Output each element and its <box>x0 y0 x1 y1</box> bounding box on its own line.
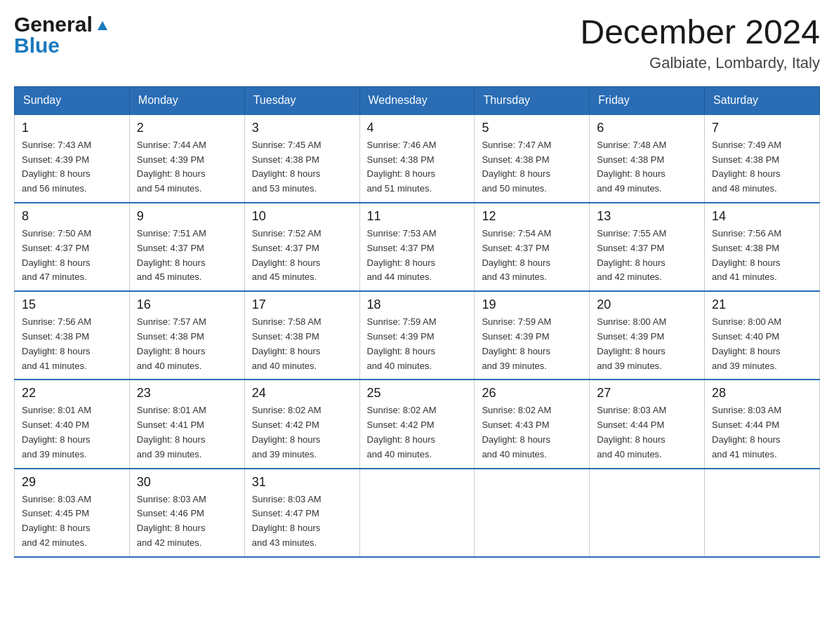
day-number: 5 <box>482 121 582 135</box>
day-number: 27 <box>597 386 697 401</box>
column-header-saturday: Saturday <box>705 86 820 114</box>
day-number: 14 <box>712 209 812 224</box>
day-number: 29 <box>22 475 122 490</box>
calendar-week-row: 29Sunrise: 8:03 AMSunset: 4:45 PMDayligh… <box>15 469 820 557</box>
day-number: 15 <box>22 297 122 312</box>
month-title: December 2024 <box>580 14 820 51</box>
calendar-day-cell: 6Sunrise: 7:48 AMSunset: 4:38 PMDaylight… <box>590 114 705 203</box>
day-number: 26 <box>482 386 582 401</box>
day-info: Sunrise: 7:58 AMSunset: 4:38 PMDaylight:… <box>252 315 352 373</box>
day-info: Sunrise: 7:59 AMSunset: 4:39 PMDaylight:… <box>482 315 582 373</box>
calendar-day-cell: 18Sunrise: 7:59 AMSunset: 4:39 PMDayligh… <box>359 291 475 380</box>
day-number: 18 <box>367 297 468 312</box>
column-header-thursday: Thursday <box>475 86 590 114</box>
logo-general-text: General <box>14 14 93 35</box>
column-header-friday: Friday <box>590 86 705 114</box>
location-title: Galbiate, Lombardy, Italy <box>580 54 820 72</box>
title-area: December 2024 Galbiate, Lombardy, Italy <box>580 14 820 72</box>
day-info: Sunrise: 8:02 AMSunset: 4:42 PMDaylight:… <box>252 403 352 462</box>
day-number: 13 <box>597 209 697 224</box>
day-info: Sunrise: 7:47 AMSunset: 4:38 PMDaylight:… <box>482 138 582 196</box>
calendar-table: SundayMondayTuesdayWednesdayThursdayFrid… <box>14 86 820 558</box>
day-info: Sunrise: 8:03 AMSunset: 4:44 PMDaylight:… <box>597 403 697 462</box>
day-number: 31 <box>252 475 352 490</box>
calendar-day-cell: 5Sunrise: 7:47 AMSunset: 4:38 PMDaylight… <box>475 114 590 203</box>
calendar-day-cell: 4Sunrise: 7:46 AMSunset: 4:38 PMDaylight… <box>359 114 475 203</box>
calendar-day-cell: 16Sunrise: 7:57 AMSunset: 4:38 PMDayligh… <box>129 291 244 380</box>
day-info: Sunrise: 7:56 AMSunset: 4:38 PMDaylight:… <box>712 227 812 285</box>
calendar-day-cell: 9Sunrise: 7:51 AMSunset: 4:37 PMDaylight… <box>129 203 244 291</box>
calendar-week-row: 1Sunrise: 7:43 AMSunset: 4:39 PMDaylight… <box>15 114 820 203</box>
calendar-day-cell: 22Sunrise: 8:01 AMSunset: 4:40 PMDayligh… <box>15 380 130 468</box>
calendar-day-cell: 11Sunrise: 7:53 AMSunset: 4:37 PMDayligh… <box>359 203 475 291</box>
calendar-day-cell: 7Sunrise: 7:49 AMSunset: 4:38 PMDaylight… <box>705 114 820 203</box>
day-number: 24 <box>252 386 352 401</box>
day-number: 10 <box>252 209 352 224</box>
day-number: 6 <box>597 121 697 135</box>
calendar-empty-cell <box>590 469 705 557</box>
calendar-day-cell: 31Sunrise: 8:03 AMSunset: 4:47 PMDayligh… <box>244 469 359 557</box>
calendar-day-cell: 26Sunrise: 8:02 AMSunset: 4:43 PMDayligh… <box>475 380 590 468</box>
day-info: Sunrise: 7:52 AMSunset: 4:37 PMDaylight:… <box>252 227 352 285</box>
calendar-day-cell: 27Sunrise: 8:03 AMSunset: 4:44 PMDayligh… <box>590 380 705 468</box>
calendar-day-cell: 29Sunrise: 8:03 AMSunset: 4:45 PMDayligh… <box>15 469 130 557</box>
day-info: Sunrise: 8:03 AMSunset: 4:46 PMDaylight:… <box>137 492 237 551</box>
calendar-week-row: 22Sunrise: 8:01 AMSunset: 4:40 PMDayligh… <box>15 380 820 468</box>
day-info: Sunrise: 7:43 AMSunset: 4:39 PMDaylight:… <box>22 138 122 196</box>
day-number: 25 <box>367 386 468 401</box>
calendar-day-cell: 15Sunrise: 7:56 AMSunset: 4:38 PMDayligh… <box>15 291 130 380</box>
calendar-empty-cell <box>705 469 820 557</box>
calendar-day-cell: 25Sunrise: 8:02 AMSunset: 4:42 PMDayligh… <box>359 380 475 468</box>
column-header-sunday: Sunday <box>15 86 130 114</box>
calendar-day-cell: 1Sunrise: 7:43 AMSunset: 4:39 PMDaylight… <box>15 114 130 203</box>
day-number: 1 <box>22 121 122 135</box>
day-info: Sunrise: 7:57 AMSunset: 4:38 PMDaylight:… <box>137 315 237 373</box>
day-number: 22 <box>22 386 122 401</box>
day-info: Sunrise: 7:50 AMSunset: 4:37 PMDaylight:… <box>22 227 122 285</box>
day-info: Sunrise: 7:53 AMSunset: 4:37 PMDaylight:… <box>367 227 468 285</box>
day-info: Sunrise: 7:54 AMSunset: 4:37 PMDaylight:… <box>482 227 582 285</box>
day-number: 16 <box>137 297 237 312</box>
day-info: Sunrise: 8:00 AMSunset: 4:40 PMDaylight:… <box>712 315 812 373</box>
day-number: 4 <box>367 121 468 135</box>
logo: General Blue <box>14 14 110 56</box>
calendar-day-cell: 28Sunrise: 8:03 AMSunset: 4:44 PMDayligh… <box>705 380 820 468</box>
day-info: Sunrise: 8:01 AMSunset: 4:41 PMDaylight:… <box>137 403 237 462</box>
day-number: 23 <box>137 386 237 401</box>
day-number: 30 <box>137 475 237 490</box>
calendar-day-cell: 2Sunrise: 7:44 AMSunset: 4:39 PMDaylight… <box>129 114 244 203</box>
day-info: Sunrise: 8:03 AMSunset: 4:45 PMDaylight:… <box>22 492 122 551</box>
day-number: 28 <box>712 386 812 401</box>
calendar-day-cell: 24Sunrise: 8:02 AMSunset: 4:42 PMDayligh… <box>244 380 359 468</box>
calendar-day-cell: 10Sunrise: 7:52 AMSunset: 4:37 PMDayligh… <box>244 203 359 291</box>
calendar-header-row: SundayMondayTuesdayWednesdayThursdayFrid… <box>15 86 820 114</box>
page-header: General Blue December 2024 Galbiate, Lom… <box>14 14 820 72</box>
day-number: 20 <box>597 297 697 312</box>
day-info: Sunrise: 7:48 AMSunset: 4:38 PMDaylight:… <box>597 138 697 196</box>
day-number: 19 <box>482 297 582 312</box>
calendar-week-row: 15Sunrise: 7:56 AMSunset: 4:38 PMDayligh… <box>15 291 820 380</box>
calendar-day-cell: 23Sunrise: 8:01 AMSunset: 4:41 PMDayligh… <box>129 380 244 468</box>
calendar-day-cell: 20Sunrise: 8:00 AMSunset: 4:39 PMDayligh… <box>590 291 705 380</box>
calendar-day-cell: 14Sunrise: 7:56 AMSunset: 4:38 PMDayligh… <box>705 203 820 291</box>
day-number: 8 <box>22 209 122 224</box>
calendar-day-cell: 8Sunrise: 7:50 AMSunset: 4:37 PMDaylight… <box>15 203 130 291</box>
calendar-day-cell: 30Sunrise: 8:03 AMSunset: 4:46 PMDayligh… <box>129 469 244 557</box>
day-number: 7 <box>712 121 812 135</box>
day-number: 2 <box>137 121 237 135</box>
day-number: 9 <box>137 209 237 224</box>
day-number: 12 <box>482 209 582 224</box>
calendar-week-row: 8Sunrise: 7:50 AMSunset: 4:37 PMDaylight… <box>15 203 820 291</box>
day-info: Sunrise: 7:44 AMSunset: 4:39 PMDaylight:… <box>137 138 237 196</box>
logo-triangle-icon <box>95 18 110 35</box>
day-info: Sunrise: 8:00 AMSunset: 4:39 PMDaylight:… <box>597 315 697 373</box>
calendar-day-cell: 21Sunrise: 8:00 AMSunset: 4:40 PMDayligh… <box>705 291 820 380</box>
calendar-empty-cell <box>475 469 590 557</box>
day-info: Sunrise: 7:55 AMSunset: 4:37 PMDaylight:… <box>597 227 697 285</box>
day-info: Sunrise: 7:49 AMSunset: 4:38 PMDaylight:… <box>712 138 812 196</box>
calendar-day-cell: 12Sunrise: 7:54 AMSunset: 4:37 PMDayligh… <box>475 203 590 291</box>
day-info: Sunrise: 8:02 AMSunset: 4:42 PMDaylight:… <box>367 403 468 462</box>
calendar-day-cell: 19Sunrise: 7:59 AMSunset: 4:39 PMDayligh… <box>475 291 590 380</box>
day-info: Sunrise: 7:46 AMSunset: 4:38 PMDaylight:… <box>367 138 468 196</box>
calendar-day-cell: 13Sunrise: 7:55 AMSunset: 4:37 PMDayligh… <box>590 203 705 291</box>
